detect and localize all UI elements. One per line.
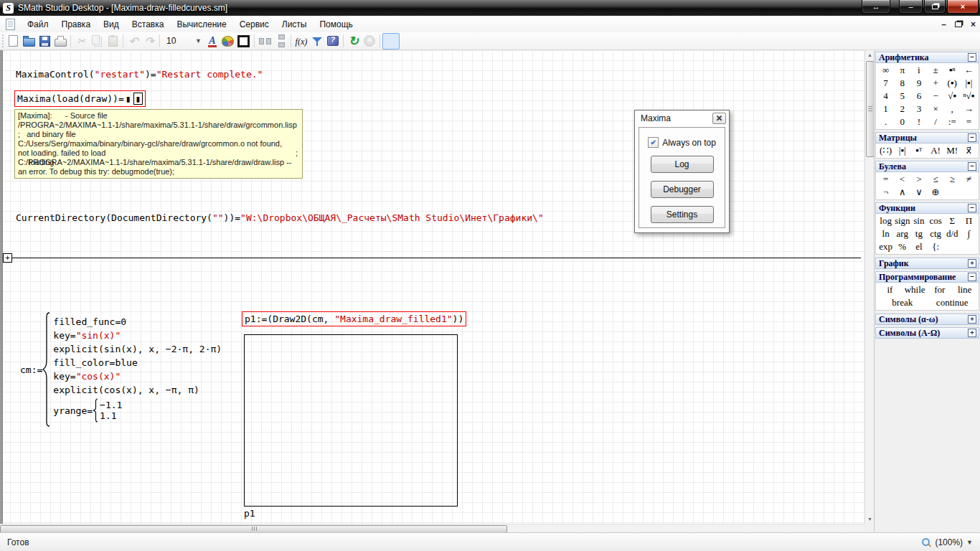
mdi-minimize-icon[interactable]: – — [941, 19, 946, 29]
palette-symbol[interactable]: < — [894, 173, 910, 186]
math-region-p1-definition[interactable]: p1:=(Draw2D(cm, "Maxima_draw_filled1")) — [242, 311, 466, 326]
palette-symbol[interactable]: el — [910, 240, 927, 253]
log-button[interactable]: Log — [651, 156, 714, 173]
palette-symbol[interactable]: 6 — [910, 90, 927, 103]
collapse-icon[interactable]: − — [968, 53, 976, 62]
maxima-dialog-close-button[interactable]: 🗙 — [712, 113, 726, 124]
palette-symbol[interactable]: ¬ — [877, 186, 894, 199]
palette-symbol[interactable]: ∞ — [877, 64, 894, 77]
palette-symbol[interactable]: ▪ⁿ — [944, 64, 961, 77]
align-v-icon[interactable] — [273, 34, 288, 49]
palette-symbol[interactable]: % — [894, 240, 910, 253]
palette-symbol[interactable]: x⃗ — [961, 144, 977, 157]
expand-icon[interactable]: + — [968, 329, 976, 337]
palette-symbol[interactable]: (▪) — [944, 77, 961, 90]
stop-icon[interactable] — [362, 34, 377, 49]
palette-symbol[interactable]: Π — [961, 215, 977, 227]
menu-item-view[interactable]: Вид — [97, 17, 126, 32]
undo-icon[interactable] — [126, 34, 141, 49]
palette-symbol[interactable]: := — [944, 116, 961, 128]
horizontal-scrollbar[interactable] — [0, 524, 864, 532]
palette-header-plot[interactable]: График+ — [875, 258, 979, 269]
palette-symbol[interactable]: ← — [961, 64, 977, 77]
save-icon[interactable] — [37, 34, 52, 49]
palette-symbol[interactable]: 0 — [894, 116, 910, 128]
font-color-icon[interactable] — [204, 34, 220, 49]
palette-symbol[interactable]: + — [927, 77, 943, 90]
expand-icon[interactable]: + — [968, 259, 976, 268]
palette-symbol[interactable]: if — [877, 283, 903, 296]
palette-symbol[interactable]: A! — [927, 144, 943, 157]
palette-symbol[interactable]: 9 — [910, 77, 927, 90]
palette-header-matrices[interactable]: Матрицы− — [875, 132, 979, 143]
vertical-scrollbar[interactable]: ▲ ▼ — [864, 50, 874, 524]
palette-symbol[interactable]: ⊕ — [927, 186, 943, 199]
palette-symbol[interactable]: . — [877, 116, 894, 128]
palette-symbol[interactable]: ± — [927, 64, 943, 77]
menu-item-service[interactable]: Сервис — [233, 17, 275, 32]
maxima-dialog-titlebar[interactable]: Maxima 🗙 — [635, 110, 729, 126]
palette-header-programming[interactable]: Программирование− — [875, 271, 979, 283]
palette-symbol[interactable]: − — [927, 90, 943, 103]
palette-symbol[interactable]: ▪ᵀ — [910, 144, 927, 157]
title-bar[interactable]: S SMath Studio Desktop - [Maxima-draw-fi… — [0, 0, 980, 16]
palette-symbol[interactable]: 5 — [894, 90, 910, 103]
font-size-dropdown-icon[interactable]: ▼ — [188, 37, 204, 44]
palette-symbol[interactable]: 2 — [894, 103, 910, 116]
filter-icon[interactable] — [309, 34, 325, 49]
menu-item-pages[interactable]: Листы — [275, 17, 314, 32]
palette-symbol[interactable]: M! — [944, 144, 961, 157]
help-icon[interactable] — [325, 34, 341, 49]
math-region-cm-definition[interactable]: cm:= filled_func=0key="sin(x)"explicit(s… — [20, 312, 222, 427]
palette-symbol[interactable]: |▪| — [894, 144, 910, 157]
palette-symbol[interactable]: |▪| — [961, 77, 977, 90]
palette-icon[interactable] — [220, 34, 236, 49]
mdi-close-icon[interactable]: × — [971, 19, 976, 29]
palette-symbol[interactable]: ∫ — [961, 227, 977, 240]
palette-symbol[interactable]: / — [927, 116, 943, 128]
menu-item-insert[interactable]: Вставка — [126, 17, 171, 32]
palette-symbol[interactable]: ≥ — [944, 173, 961, 186]
palette-symbol[interactable]: ! — [910, 116, 927, 128]
palette-symbol[interactable]: break — [877, 296, 928, 309]
palette-symbol[interactable]: ∧ — [894, 186, 910, 199]
redo-icon[interactable] — [141, 34, 157, 49]
palette-symbol[interactable]: tg — [910, 227, 927, 240]
palette-symbol[interactable]: log — [877, 215, 894, 227]
palette-symbol[interactable]: cos — [927, 215, 943, 227]
palette-symbol[interactable]: 3 — [910, 103, 927, 116]
palette-symbol[interactable]: ⁿ√▪ — [961, 90, 977, 103]
zoom-dropdown-icon[interactable]: ▼ — [966, 539, 973, 546]
palette-symbol[interactable]: (∷) — [877, 144, 894, 157]
zoom-control[interactable]: (100%) ▼ — [921, 537, 973, 547]
palette-symbol[interactable]: i — [910, 64, 927, 77]
palette-header-boolean[interactable]: Булева− — [875, 161, 979, 172]
palette-header-symbols-lower[interactable]: Символы (α-ω)+ — [875, 314, 979, 325]
print-icon[interactable] — [52, 34, 68, 49]
palette-header-functions[interactable]: Функции− — [875, 202, 979, 214]
palette-symbol[interactable]: ≠ — [961, 173, 977, 186]
math-region-maxima-load[interactable]: Maxima(load(draw))=▮▮ — [14, 90, 146, 107]
palette-symbol[interactable]: → — [961, 103, 977, 116]
palette-symbol[interactable]: {: — [927, 240, 943, 253]
palette-symbol[interactable]: Σ — [944, 215, 961, 227]
settings-button[interactable]: Settings — [651, 206, 714, 223]
collapse-icon[interactable]: − — [968, 273, 976, 281]
plot-area[interactable] — [244, 334, 458, 507]
debugger-button[interactable]: Debugger — [651, 181, 714, 198]
maxima-dialog[interactable]: Maxima 🗙 ✔ Always on top LogDebuggerSett… — [634, 110, 730, 233]
palette-symbol[interactable]: sign — [894, 215, 910, 227]
mdi-restore-icon[interactable] — [955, 22, 962, 27]
section-collapse-box[interactable]: + — [3, 253, 12, 263]
font-size-value[interactable]: 10 — [162, 36, 188, 46]
align-h-icon[interactable] — [257, 34, 273, 49]
palette-symbol[interactable]: for — [928, 283, 953, 296]
zoom-level[interactable]: (100%) — [935, 537, 963, 547]
collapse-icon[interactable]: − — [968, 162, 976, 171]
palette-symbol[interactable]: = — [877, 173, 894, 186]
resize-toggle-button[interactable]: ↔ — [862, 0, 890, 14]
close-button[interactable]: × — [947, 0, 979, 14]
math-region-maximacontrol[interactable]: MaximaControl("restart")="Restart comple… — [16, 69, 263, 80]
palette-symbol[interactable]: ln — [877, 227, 894, 240]
palette-symbol[interactable]: 4 — [877, 90, 894, 103]
